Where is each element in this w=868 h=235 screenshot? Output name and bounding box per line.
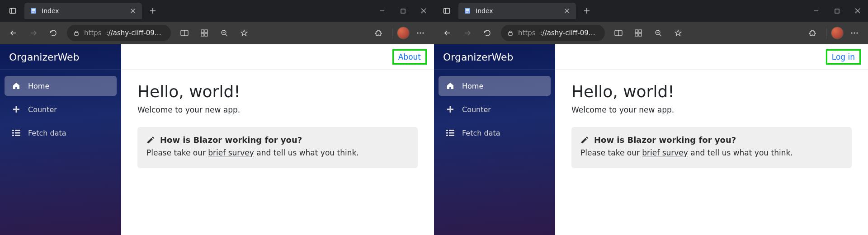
lock-icon bbox=[507, 30, 514, 36]
more-menu-icon[interactable] bbox=[411, 24, 429, 42]
tab-title: Index bbox=[476, 7, 558, 14]
top-link-highlight: About bbox=[392, 49, 427, 65]
nav-label: Home bbox=[28, 82, 49, 90]
titlebar: Index bbox=[434, 0, 868, 22]
grid-icon[interactable] bbox=[195, 24, 213, 42]
more-menu-icon[interactable] bbox=[845, 24, 863, 42]
screen-split-icon[interactable] bbox=[609, 24, 627, 42]
zoom-out-icon[interactable] bbox=[215, 24, 233, 42]
url-text: ://ashy-cliff-098... bbox=[106, 29, 165, 37]
tab-actions-icon[interactable] bbox=[5, 3, 21, 19]
tab-actions-icon[interactable] bbox=[439, 3, 455, 19]
svg-rect-36 bbox=[12, 135, 14, 136]
svg-marker-26 bbox=[241, 30, 247, 36]
back-button[interactable] bbox=[439, 24, 457, 42]
svg-rect-70 bbox=[446, 130, 448, 131]
svg-line-25 bbox=[226, 34, 227, 36]
profile-avatar[interactable] bbox=[831, 27, 844, 39]
zoom-out-icon[interactable] bbox=[649, 24, 667, 42]
close-button[interactable] bbox=[847, 0, 868, 22]
svg-marker-64 bbox=[675, 30, 681, 36]
card-text-pre: Please take our bbox=[580, 148, 642, 157]
tab-favicon-icon bbox=[464, 7, 471, 14]
svg-rect-5 bbox=[32, 12, 34, 13]
browser-toolbar: https ://ashy-cliff-098... bbox=[0, 22, 434, 44]
tab[interactable]: Index bbox=[24, 3, 142, 19]
svg-rect-59 bbox=[635, 33, 638, 36]
nav-label: Home bbox=[462, 82, 483, 90]
nav-item-fetch-data[interactable]: Fetch data bbox=[439, 123, 551, 143]
svg-rect-38 bbox=[444, 9, 450, 14]
card-text-pre: Please take our bbox=[146, 148, 208, 157]
tab-close-icon[interactable] bbox=[128, 6, 137, 15]
survey-link[interactable]: brief survey bbox=[208, 148, 254, 157]
nav-label: Counter bbox=[462, 105, 491, 114]
svg-rect-42 bbox=[466, 10, 469, 11]
profile-avatar[interactable] bbox=[397, 27, 410, 39]
svg-rect-71 bbox=[449, 130, 454, 131]
svg-rect-73 bbox=[449, 132, 454, 134]
card-heading: How is Blazor working for you? bbox=[146, 135, 409, 145]
nav-item-home[interactable]: Home bbox=[439, 76, 551, 96]
svg-rect-72 bbox=[446, 132, 448, 134]
nav-label: Fetch data bbox=[28, 129, 66, 137]
window-controls bbox=[372, 0, 434, 22]
nav-item-home[interactable]: Home bbox=[5, 76, 117, 96]
favorite-icon[interactable] bbox=[235, 24, 253, 42]
tab-title: Index bbox=[42, 7, 124, 14]
nav-item-fetch-data[interactable]: Fetch data bbox=[5, 123, 117, 143]
svg-rect-43 bbox=[466, 12, 468, 13]
new-tab-button[interactable] bbox=[580, 4, 594, 18]
svg-point-65 bbox=[851, 32, 852, 33]
window-controls bbox=[806, 0, 868, 22]
home-icon bbox=[12, 81, 21, 90]
maximize-button[interactable] bbox=[392, 0, 413, 22]
nav-item-counter[interactable]: Counter bbox=[439, 99, 551, 119]
page-viewport: OrganizerWeb Home Counter Fetch data bbox=[0, 44, 434, 235]
grid-icon[interactable] bbox=[629, 24, 647, 42]
tab[interactable]: Index bbox=[458, 3, 576, 19]
svg-point-29 bbox=[422, 32, 424, 33]
svg-line-63 bbox=[660, 34, 661, 36]
extensions-icon[interactable] bbox=[369, 24, 387, 42]
address-bar[interactable]: https ://ashy-cliff-098... bbox=[67, 25, 171, 41]
new-tab-button[interactable] bbox=[146, 4, 160, 18]
favorite-icon[interactable] bbox=[669, 24, 687, 42]
plus-icon bbox=[446, 105, 455, 114]
back-button[interactable] bbox=[5, 24, 23, 42]
svg-rect-0 bbox=[10, 9, 16, 14]
plus-icon bbox=[12, 105, 21, 114]
survey-card: How is Blazor working for you? Please ta… bbox=[137, 127, 418, 168]
svg-rect-33 bbox=[15, 130, 20, 131]
svg-rect-35 bbox=[15, 132, 20, 134]
close-button[interactable] bbox=[413, 0, 434, 22]
login-link[interactable]: Log in bbox=[832, 52, 855, 61]
about-link[interactable]: About bbox=[398, 52, 421, 61]
address-bar[interactable]: https ://ashy-cliff-098... bbox=[501, 25, 605, 41]
svg-rect-4 bbox=[32, 10, 35, 11]
survey-link[interactable]: brief survey bbox=[642, 148, 688, 157]
svg-rect-60 bbox=[639, 33, 642, 36]
tab-close-icon[interactable] bbox=[562, 6, 571, 15]
forward-button[interactable] bbox=[458, 24, 476, 42]
svg-rect-37 bbox=[15, 135, 20, 136]
page-viewport: OrganizerWeb Home Counter Fetch data bbox=[434, 44, 868, 235]
minimize-button[interactable] bbox=[372, 0, 392, 22]
refresh-button[interactable] bbox=[478, 24, 496, 42]
nav: Home Counter Fetch data bbox=[0, 70, 121, 149]
nav-item-counter[interactable]: Counter bbox=[5, 99, 117, 119]
minimize-button[interactable] bbox=[806, 0, 826, 22]
content-topbar: Log in bbox=[555, 44, 868, 70]
hero-subtitle: Welcome to your new app. bbox=[137, 105, 418, 114]
svg-rect-22 bbox=[205, 33, 208, 36]
pencil-icon bbox=[580, 136, 589, 144]
svg-rect-74 bbox=[446, 135, 448, 136]
maximize-button[interactable] bbox=[826, 0, 847, 22]
screen-split-icon[interactable] bbox=[175, 24, 193, 42]
forward-button[interactable] bbox=[24, 24, 42, 42]
refresh-button[interactable] bbox=[44, 24, 62, 42]
extensions-icon[interactable] bbox=[803, 24, 821, 42]
url-text: ://ashy-cliff-098... bbox=[540, 29, 599, 37]
nav: Home Counter Fetch data bbox=[434, 70, 555, 149]
hero-subtitle: Welcome to your new app. bbox=[571, 105, 852, 114]
